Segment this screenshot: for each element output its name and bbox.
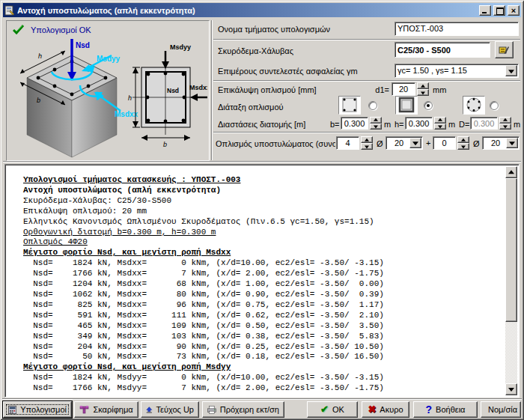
maximize-button[interactable] [493,5,505,16]
column-diagram: h b Nsd Msdyy Msdxx [8,39,207,159]
svg-text:Msdyy: Msdyy [170,43,191,51]
dims-label: Διαστάσεις διατομής [m] [218,120,305,129]
calculate-button[interactable]: Υπολογισμοί [3,401,72,418]
material-picker-button[interactable] [495,41,514,58]
reinf-count1-stepper [361,136,373,150]
arrangement-option-perimeter[interactable] [395,96,418,115]
dim-h-stepper [434,117,446,130]
name-label: Ονομα τμήματος υπολογισμών [218,25,330,34]
issue-up-label: Τεύχος Up [156,405,194,414]
reinf-phi2: Ø [473,139,480,148]
help-button[interactable]: ? Βοήθεια [413,401,478,418]
chevron-down-icon[interactable] [505,65,517,76]
dim-b-stepper [370,117,382,130]
output-line: Nsd= 349 kN, Msdxx= 103 kNm, (x/d= 0.38,… [23,332,505,342]
reinf-dia2-combobox[interactable]: 20 [482,136,520,150]
chevron-down-icon[interactable] [409,138,421,148]
scroll-up-icon[interactable] [505,166,517,178]
ok-label: OK [332,405,344,414]
reinf-count1-input[interactable]: 4 [336,136,359,150]
reinf-dia1-combobox[interactable]: 20 [386,136,423,150]
output-line: Nsd= 1824 kN, Msdyy= 0 kNm, (x/d=10.00, … [23,373,505,383]
stepper-up-icon[interactable] [361,136,373,143]
svg-text:Msdyy: Msdyy [97,55,121,63]
status-row: Υπολογισμοί OK [13,25,91,34]
output-line: Nsd= 1204 kN, Msdxx= 68 kNm, (x/d= 1.00,… [23,279,505,290]
scrollbar-thumb[interactable] [505,178,517,322]
legislation-button[interactable]: Νομ/σία [481,401,521,418]
dim-h-input[interactable]: 0.300 [405,117,433,130]
material-label: Σκυρόδεμα-Χάλυβας [218,46,293,55]
dim-b-input[interactable]: 0.300 [341,117,368,130]
output-line: Ελληνικός Κανονισμός Ωπλισμένου Σκυροδέμ… [23,217,505,228]
svg-text:h: h [38,52,42,60]
arrangement-radio-perimeter[interactable] [424,101,433,110]
square-perimeter-icon [396,97,417,114]
cancel-button[interactable]: ✖ Ακυρο [362,401,409,418]
output-line: Nsd= 50 kN, Msdxx= 73 kNm, (x/d= 0.18, e… [23,352,505,362]
cancel-label: Ακυρο [380,405,403,414]
dim-b-unit: m [384,120,391,129]
reinf-phi1: Ø [377,139,383,148]
window-title: Αντοχή υποστυλώματος (απλή εκκεντρότητα) [17,6,477,15]
dim-d-unit: m [514,120,520,129]
printer-icon [207,405,216,415]
scroll-down-icon[interactable] [505,383,517,395]
arrangement-radio-circular[interactable] [490,101,499,110]
svg-text:Msdxx: Msdxx [189,84,207,91]
divider-row3 [213,80,520,82]
dim-b-prefix: b= [330,120,340,129]
sketch-label: Σκαρίφημα [93,405,132,414]
dim-h-unit: m [448,120,455,129]
stepper-down-icon[interactable] [499,124,511,130]
output-line: Nsd= 1766 kN, Msdxx= 7 kNm, (x/d= 2.00, … [23,269,505,279]
svg-text:b: b [37,97,40,104]
divider-row1 [213,39,520,40]
close-button[interactable]: × [508,5,520,16]
output-line: Αντοχή υποστυλώματος (απλή εκκεντρότητα) [23,186,505,196]
arrangement-radio-corner[interactable] [368,101,377,110]
minimize-button[interactable] [479,5,491,16]
cover-input[interactable]: 20 [392,82,415,96]
output-line: Μέγιστο φορτίο Nsd, και μεγίστη ροπή Msd… [23,248,505,258]
reinf-count2-input[interactable]: 0 [433,136,456,150]
legislation-label: Νομ/σία [488,405,517,414]
stepper-down-icon[interactable] [417,89,429,96]
arrangement-label: Διάταξη οπλισμού [218,103,284,112]
divider-toolbar [2,398,522,400]
stepper-down-icon[interactable] [361,143,373,150]
dialog-window: Αντοχή υποστυλώματος (απλή εκκεντρότητα)… [0,0,524,420]
vertical-scrollbar[interactable] [505,166,517,395]
calc-output[interactable]: Υπολογισμοί τμήματος κατασκευής : ΥΠΟΣΤ.… [7,166,505,395]
stepper-up-icon[interactable] [370,117,382,124]
stepper-down-icon[interactable] [457,143,469,150]
help-label: Βοήθεια [436,405,465,414]
stepper-up-icon[interactable] [434,117,446,124]
stepper-down-icon[interactable] [434,124,446,130]
sketch-button[interactable]: Σκαρίφημα [74,401,138,418]
output-line: Υπολογισμοί τμήματος κατασκευής : ΥΠΟΣΤ.… [23,175,505,186]
ok-check-icon: ✔ [320,405,329,414]
stepper-down-icon[interactable] [370,124,382,130]
reinforcement-label: Οπλισμός υποστυλώματος (συνολικό [216,139,335,148]
chevron-down-icon[interactable] [506,138,518,148]
divider-vertical [211,20,213,160]
name-input[interactable]: ΥΠΟΣΤ.-003 [394,22,519,36]
reinf-dia2-value: 20 [485,139,506,147]
cover-stepper [417,82,429,96]
stepper-up-icon[interactable] [499,117,511,124]
arrangement-option-circular[interactable] [463,96,485,115]
app-icon [4,5,15,16]
draft-print-button[interactable]: Πρόχειρη εκτ/ση [202,401,284,418]
safety-value: γc= 1.50 , γs= 1.15 [397,66,467,75]
stepper-up-icon[interactable] [417,82,429,89]
safety-combobox[interactable]: γc= 1.50 , γs= 1.15 [394,64,519,78]
output-line: Nsd= 591 kN, Msdxx= 111 kNm, (x/d= 0.62,… [23,311,505,321]
output-line: Ορθογωνική διατομή b=0.300 m, h=0.300 m [23,228,505,238]
output-line: Nsd= 825 kN, Msdxx= 96 kNm, (x/d= 0.75, … [23,300,505,311]
stepper-up-icon[interactable] [457,136,469,143]
arrangement-option-corner-bars[interactable] [338,96,361,115]
material-picker-icon [499,44,510,55]
issue-up-button[interactable]: Τεύχος Up [141,401,199,418]
ok-button[interactable]: ✔ OK [307,401,358,418]
